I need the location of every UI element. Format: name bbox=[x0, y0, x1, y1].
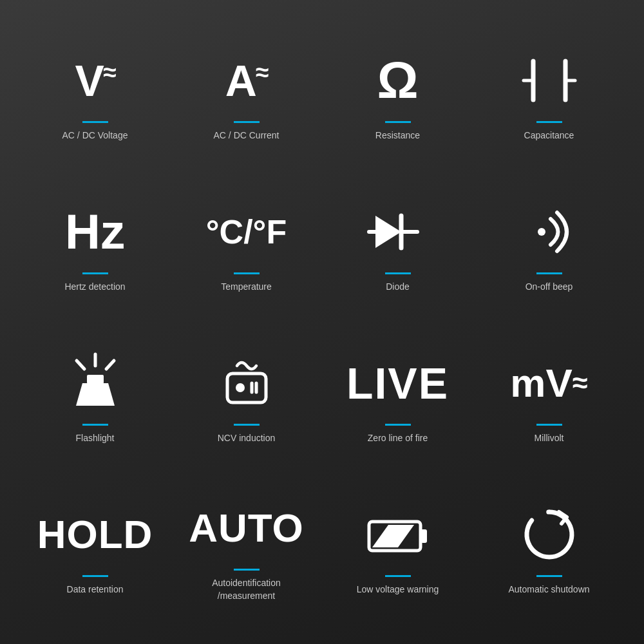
label-millivolt: Millivolt bbox=[535, 432, 564, 445]
symbol-hertz: Hz bbox=[65, 196, 125, 267]
symbol-voltage: V≈ bbox=[75, 45, 115, 116]
cell-low-voltage: Low voltage warning bbox=[322, 473, 473, 625]
label-hertz: Hertz detection bbox=[64, 281, 125, 294]
cell-ncv: NCV induction bbox=[171, 322, 322, 473]
symbol-temperature: °C/°F bbox=[206, 196, 287, 267]
symbol-shutdown bbox=[520, 499, 578, 570]
svg-rect-19 bbox=[421, 529, 427, 543]
cell-beep: On-off beep bbox=[473, 171, 625, 322]
label-capacitance: Capacitance bbox=[524, 129, 574, 142]
cell-hold: HOLD Data retention bbox=[19, 473, 171, 625]
label-hold: Data retention bbox=[67, 583, 124, 596]
accent-line bbox=[536, 424, 562, 426]
accent-line bbox=[82, 272, 108, 274]
label-shutdown: Automatic shutdown bbox=[508, 583, 589, 596]
accent-line bbox=[385, 272, 411, 274]
symbol-diode bbox=[366, 196, 430, 267]
symbol-beep bbox=[517, 196, 582, 267]
symbol-capacitance bbox=[520, 45, 578, 116]
cell-diode: Diode bbox=[322, 171, 473, 322]
cell-shutdown: Automatic shutdown bbox=[473, 473, 625, 625]
accent-line bbox=[234, 569, 260, 571]
cell-capacitance: Capacitance bbox=[473, 19, 625, 171]
label-voltage: AC / DC Voltage bbox=[62, 129, 128, 142]
cell-ac-dc-voltage: V≈ AC / DC Voltage bbox=[19, 19, 171, 171]
svg-point-15 bbox=[236, 383, 245, 392]
cell-resistance: Ω Resistance bbox=[322, 19, 473, 171]
symbol-current: A≈ bbox=[225, 45, 268, 116]
accent-line bbox=[385, 575, 411, 577]
svg-line-13 bbox=[106, 361, 114, 369]
svg-marker-20 bbox=[372, 525, 414, 547]
svg-rect-10 bbox=[87, 375, 104, 384]
label-ncv: NCV induction bbox=[218, 432, 276, 445]
accent-line bbox=[82, 575, 108, 577]
cell-millivolt: mV≈ Millivolt bbox=[473, 322, 625, 473]
label-resistance: Resistance bbox=[375, 129, 420, 142]
cell-hertz: Hz Hertz detection bbox=[19, 171, 171, 322]
symbol-resistance: Ω bbox=[377, 45, 418, 116]
label-current: AC / DC Current bbox=[214, 129, 279, 142]
accent-line bbox=[536, 121, 562, 123]
cell-ac-dc-current: A≈ AC / DC Current bbox=[171, 19, 322, 171]
cell-auto: AUTO Autoidentification /measurement bbox=[171, 473, 322, 625]
accent-line bbox=[234, 272, 260, 274]
accent-line bbox=[385, 121, 411, 123]
symbol-low-voltage bbox=[366, 499, 430, 570]
label-low-voltage: Low voltage warning bbox=[357, 583, 439, 596]
symbol-flashlight bbox=[66, 348, 124, 419]
label-auto: Autoidentification /measurement bbox=[212, 577, 281, 602]
label-diode: Diode bbox=[386, 281, 410, 294]
accent-line bbox=[82, 424, 108, 426]
symbol-ncv bbox=[214, 348, 279, 419]
label-flashlight: Flashlight bbox=[76, 432, 115, 445]
svg-rect-14 bbox=[227, 374, 266, 402]
symbol-hold: HOLD bbox=[37, 499, 153, 570]
features-grid: V≈ AC / DC Voltage A≈ AC / DC Current Ω … bbox=[13, 13, 631, 631]
cell-live: LIVE Zero line of fire bbox=[322, 322, 473, 473]
svg-point-8 bbox=[538, 228, 545, 236]
symbol-live: LIVE bbox=[346, 348, 449, 419]
svg-line-12 bbox=[77, 361, 84, 369]
cell-temperature: °C/°F Temperature bbox=[171, 171, 322, 322]
symbol-millivolt: mV≈ bbox=[510, 348, 587, 419]
svg-marker-4 bbox=[375, 216, 401, 248]
label-temperature: Temperature bbox=[221, 281, 272, 294]
svg-marker-9 bbox=[76, 383, 115, 406]
accent-line bbox=[536, 272, 562, 274]
accent-line bbox=[385, 424, 411, 426]
accent-line bbox=[536, 575, 562, 577]
accent-line bbox=[82, 121, 108, 123]
label-beep: On-off beep bbox=[526, 281, 573, 294]
symbol-auto: AUTO bbox=[189, 493, 304, 564]
label-live: Zero line of fire bbox=[368, 432, 428, 445]
cell-flashlight: Flashlight bbox=[19, 322, 171, 473]
accent-line bbox=[234, 424, 260, 426]
accent-line bbox=[234, 121, 260, 123]
